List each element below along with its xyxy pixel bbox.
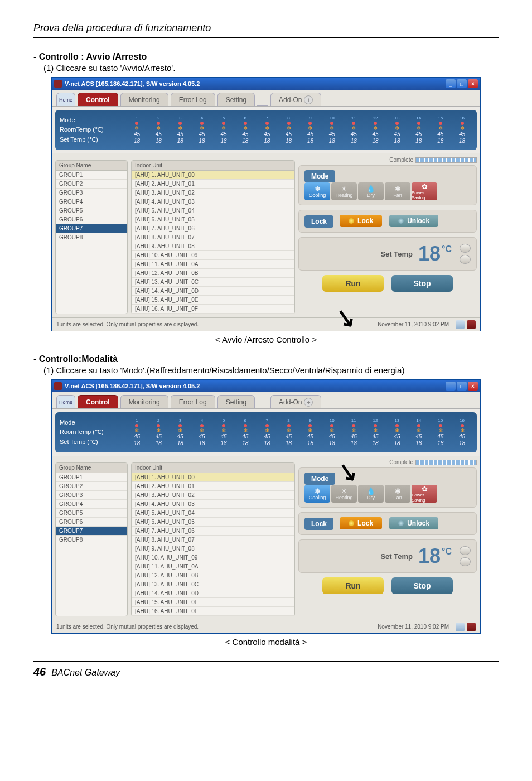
- group-row[interactable]: GROUP1: [56, 473, 127, 482]
- mode-cooling-button[interactable]: ❄Cooling: [304, 485, 330, 503]
- lock-card-label: Lock: [304, 518, 333, 530]
- tab-addon[interactable]: Add-On +: [270, 93, 321, 106]
- unit-row[interactable]: [AHU] 13. AHU_UNIT_0C: [132, 278, 294, 287]
- run-button[interactable]: Run: [322, 275, 384, 292]
- unit-row[interactable]: [AHU] 2. AHU_UNIT_01: [132, 180, 294, 189]
- tab-bar: Home Control Monitoring Error Log Settin…: [52, 392, 480, 409]
- plus-icon[interactable]: +: [304, 398, 313, 407]
- unit-row[interactable]: [AHU] 1. AHU_UNIT_00: [132, 171, 294, 180]
- unit-row[interactable]: [AHU] 3. AHU_UNIT_02: [132, 189, 294, 197]
- plus-icon[interactable]: +: [304, 95, 313, 104]
- group-row[interactable]: GROUP4: [56, 500, 127, 509]
- unit-row[interactable]: [AHU] 7. AHU_UNIT_06: [132, 224, 294, 233]
- group-row[interactable]: GROUP6: [56, 215, 127, 224]
- unit-row[interactable]: [AHU] 4. AHU_UNIT_03: [132, 500, 294, 509]
- unit-row[interactable]: [AHU] 8. AHU_UNIT_07: [132, 233, 294, 242]
- unit-row[interactable]: [AHU] 2. AHU_UNIT_01: [132, 482, 294, 491]
- lock-card-label: Lock: [304, 215, 333, 228]
- mode-power-button[interactable]: ✿Power Saving: [412, 182, 437, 200]
- group-row[interactable]: GROUP4: [56, 197, 127, 206]
- unit-row[interactable]: [AHU] 12. AHU_UNIT_0B: [132, 571, 294, 580]
- lock-button[interactable]: Lock: [340, 517, 382, 529]
- mode-cooling-button[interactable]: ❄Cooling: [304, 182, 330, 200]
- group-row[interactable]: GROUP7: [56, 527, 127, 536]
- group-row[interactable]: GROUP6: [56, 518, 127, 527]
- tab-addon[interactable]: Add-On +: [270, 395, 321, 408]
- window-title: V-net ACS [165.186.42.171], S/W version …: [65, 383, 446, 389]
- unit-row[interactable]: [AHU] 5. AHU_UNIT_04: [132, 206, 294, 215]
- unit-row[interactable]: [AHU] 16. AHU_UNIT_0F: [132, 305, 294, 314]
- close-button[interactable]: ×: [468, 382, 478, 390]
- unit-row[interactable]: [AHU] 3. AHU_UNIT_02: [132, 491, 294, 500]
- tab-errorlog[interactable]: Error Log: [171, 93, 215, 106]
- unlock-led-icon: [398, 520, 404, 526]
- mode-heating-button[interactable]: ☀Heating: [331, 485, 357, 503]
- unit-row[interactable]: [AHU] 15. AHU_UNIT_0E: [132, 296, 294, 305]
- group-row[interactable]: GROUP1: [56, 171, 127, 180]
- tab-monitoring[interactable]: Monitoring: [120, 93, 168, 106]
- group-row[interactable]: GROUP2: [56, 482, 127, 491]
- unlock-button[interactable]: Unlock: [389, 215, 438, 227]
- maximize-button[interactable]: □: [457, 382, 467, 390]
- group-row[interactable]: GROUP8: [56, 536, 127, 544]
- unit-column: 9❄4518: [300, 115, 321, 144]
- minimize-button[interactable]: _: [446, 382, 456, 390]
- unit-row[interactable]: [AHU] 5. AHU_UNIT_04: [132, 509, 294, 518]
- unit-row[interactable]: [AHU] 14. AHU_UNIT_0D: [132, 589, 294, 598]
- mode-heating-button[interactable]: ☀Heating: [331, 182, 357, 200]
- sec1-step: (1) Cliccare su tasto 'Avvio/Arresto'.: [43, 63, 499, 73]
- mode-dry-button[interactable]: 💧Dry: [358, 485, 384, 503]
- stop-button[interactable]: Stop: [391, 275, 453, 292]
- group-row[interactable]: GROUP3: [56, 491, 127, 500]
- unit-row[interactable]: [AHU] 4. AHU_UNIT_03: [132, 197, 294, 206]
- unit-row[interactable]: [AHU] 12. AHU_UNIT_0B: [132, 269, 294, 278]
- unlock-button[interactable]: Unlock: [389, 517, 438, 529]
- unit-row[interactable]: [AHU] 15. AHU_UNIT_0E: [132, 598, 294, 607]
- unit-row[interactable]: [AHU] 7. AHU_UNIT_06: [132, 527, 294, 536]
- mode-fan-button[interactable]: ✱Fan: [385, 485, 410, 503]
- unit-row[interactable]: [AHU] 8. AHU_UNIT_07: [132, 536, 294, 544]
- tab-setting[interactable]: Setting: [217, 93, 255, 106]
- unit-row[interactable]: [AHU] 14. AHU_UNIT_0D: [132, 287, 294, 296]
- unit-row[interactable]: [AHU] 10. AHU_UNIT_09: [132, 251, 294, 260]
- mode-fan-button[interactable]: ✱Fan: [385, 182, 410, 200]
- unit-panel: Indoor Unit [AHU] 1. AHU_UNIT_00[AHU] 2.…: [131, 462, 295, 616]
- unit-row[interactable]: [AHU] 16. AHU_UNIT_0F: [132, 607, 294, 616]
- tab-monitoring[interactable]: Monitoring: [120, 395, 168, 408]
- unit-column: 5❄4518: [214, 115, 234, 144]
- stop-button[interactable]: Stop: [391, 577, 453, 594]
- temp-down-button[interactable]: [460, 557, 471, 566]
- tab-control[interactable]: Control: [78, 93, 118, 106]
- unit-row[interactable]: [AHU] 1. AHU_UNIT_00: [132, 473, 294, 482]
- unit-row[interactable]: [AHU] 11. AHU_UNIT_0A: [132, 562, 294, 571]
- maximize-button[interactable]: □: [457, 79, 467, 88]
- tab-home[interactable]: Home: [56, 395, 75, 408]
- temp-up-button[interactable]: [460, 546, 471, 555]
- temp-up-button[interactable]: [460, 244, 471, 253]
- minimize-button[interactable]: _: [446, 79, 456, 88]
- group-row[interactable]: GROUP5: [56, 206, 127, 215]
- group-row[interactable]: GROUP8: [56, 233, 127, 242]
- temp-down-button[interactable]: [460, 255, 471, 264]
- mode-power-button[interactable]: ✿Power Saving: [412, 485, 437, 503]
- unit-row[interactable]: [AHU] 9. AHU_UNIT_08: [132, 544, 294, 553]
- settemp-label: Set Temp: [380, 250, 413, 258]
- group-row[interactable]: GROUP3: [56, 189, 127, 197]
- group-row[interactable]: GROUP5: [56, 509, 127, 518]
- tab-control[interactable]: Control: [78, 395, 118, 408]
- tab-errorlog[interactable]: Error Log: [171, 395, 215, 408]
- mode-dry-button[interactable]: 💧Dry: [358, 182, 384, 200]
- group-row[interactable]: GROUP7: [56, 224, 127, 233]
- group-row[interactable]: GROUP2: [56, 180, 127, 189]
- close-button[interactable]: ×: [468, 79, 478, 88]
- unit-row[interactable]: [AHU] 13. AHU_UNIT_0C: [132, 580, 294, 589]
- unit-row[interactable]: [AHU] 11. AHU_UNIT_0A: [132, 260, 294, 269]
- tab-setting[interactable]: Setting: [217, 395, 255, 408]
- unit-row[interactable]: [AHU] 6. AHU_UNIT_05: [132, 215, 294, 224]
- unit-row[interactable]: [AHU] 10. AHU_UNIT_09: [132, 553, 294, 562]
- unit-row[interactable]: [AHU] 6. AHU_UNIT_05: [132, 518, 294, 527]
- unit-row[interactable]: [AHU] 9. AHU_UNIT_08: [132, 242, 294, 251]
- tab-home[interactable]: Home: [56, 93, 75, 106]
- run-button[interactable]: Run: [322, 577, 384, 594]
- lock-button[interactable]: Lock: [340, 215, 382, 227]
